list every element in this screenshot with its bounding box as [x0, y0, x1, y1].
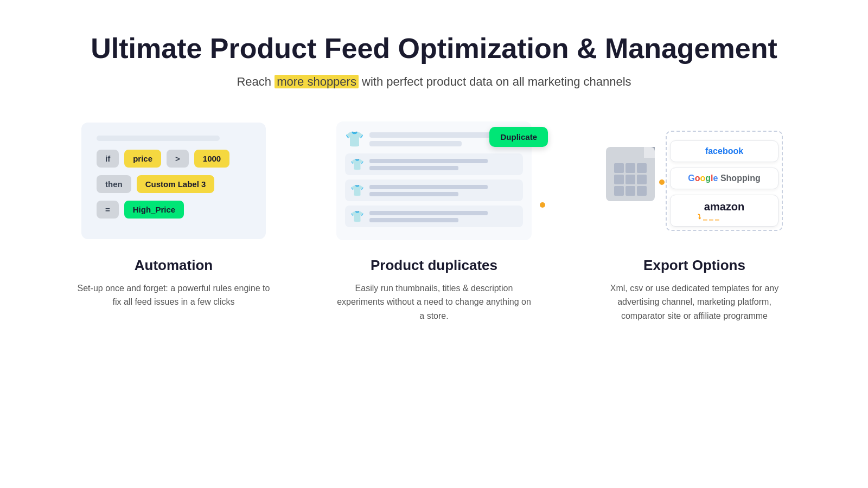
- google-label: Google Shopping: [688, 174, 760, 183]
- tshirt-row1-icon: 👕: [350, 158, 364, 171]
- tshirt-row3-icon: 👕: [350, 210, 364, 223]
- duplicate-badge: Duplicate: [489, 127, 548, 147]
- automation-title: Automation: [135, 257, 213, 274]
- top-bar-1: [369, 132, 492, 138]
- facebook-label: facebook: [705, 146, 743, 156]
- automation-card: if price > 1000 then Custom Label 3 = Hi…: [81, 123, 266, 239]
- price-chip: price: [124, 150, 161, 168]
- csv-grid: [614, 163, 647, 196]
- dup-row-2: 👕: [345, 179, 523, 201]
- duplicates-illustration: 👕 👕 👕: [320, 121, 548, 241]
- feature-automation: if price > 1000 then Custom Label 3 = Hi…: [60, 121, 288, 323]
- export-channels-list: facebook Google Shopping amazon: [670, 140, 778, 227]
- subtitle-after: with perfect product data on all marketi…: [359, 75, 631, 88]
- automation-desc: Set-up once and forget: a powerful rules…: [76, 281, 271, 309]
- csv-cell: [614, 175, 624, 184]
- csv-cell: [626, 175, 635, 184]
- operator-chip: >: [167, 150, 189, 168]
- page-header: Ultimate Product Feed Optimization & Man…: [91, 33, 777, 89]
- export-card: facebook Google Shopping amazon: [606, 131, 783, 231]
- csv-cell: [637, 175, 647, 184]
- rule-then-row: then Custom Label 3: [97, 175, 251, 193]
- row3-bars: [369, 211, 518, 222]
- csv-cell: [626, 163, 635, 173]
- amazon-arrow-icon: ⤵​⎯⎯⎯: [681, 213, 767, 221]
- rule-header-bar: [97, 136, 220, 141]
- csv-cell: [614, 163, 624, 173]
- subtitle-highlight: more shoppers: [275, 75, 359, 88]
- dup-row-1: 👕: [345, 153, 523, 175]
- row1-bar-1: [369, 159, 488, 163]
- export-connector-dot: [659, 179, 665, 185]
- page-subtitle: Reach more shoppers with perfect product…: [91, 75, 777, 89]
- channels-container: facebook Google Shopping amazon: [666, 131, 783, 231]
- automation-illustration: if price > 1000 then Custom Label 3 = Hi…: [60, 121, 288, 241]
- result-chip: High_Price: [124, 201, 184, 219]
- duplicates-wrapper: 👕 👕 👕: [336, 121, 532, 240]
- csv-file-container: [606, 136, 655, 201]
- row3-bar-2: [369, 218, 458, 222]
- rule-equals-row: = High_Price: [97, 201, 251, 219]
- features-row: if price > 1000 then Custom Label 3 = Hi…: [54, 121, 814, 323]
- action-chip: Custom Label 3: [137, 175, 215, 193]
- subtitle-before: Reach: [237, 75, 275, 88]
- feature-duplicates: 👕 👕 👕: [320, 121, 548, 323]
- amazon-channel: amazon ⤵​⎯⎯⎯: [670, 195, 778, 227]
- duplicates-title: Product duplicates: [371, 257, 497, 274]
- csv-cell: [637, 163, 647, 173]
- google-channel: Google Shopping: [670, 168, 778, 189]
- dup-row-3: 👕: [345, 206, 523, 227]
- row2-bar-1: [369, 185, 488, 189]
- row2-bars: [369, 185, 518, 196]
- then-chip: then: [97, 175, 131, 193]
- duplicates-desc: Easily run thumbnails, titles & descript…: [336, 281, 532, 323]
- tshirt-top-icon: 👕: [345, 130, 364, 148]
- row2-bar-2: [369, 192, 458, 196]
- rule-if-row: if price > 1000: [97, 150, 251, 168]
- row3-bar-1: [369, 211, 488, 215]
- export-title: Export Options: [643, 257, 745, 274]
- csv-cell: [614, 186, 624, 196]
- tshirt-row2-icon: 👕: [350, 184, 364, 197]
- csv-cell: [637, 186, 647, 196]
- csv-cell: [626, 186, 635, 196]
- feature-export: facebook Google Shopping amazon: [580, 121, 808, 323]
- export-desc: Xml, csv or use dedicated templates for …: [597, 281, 792, 323]
- export-illustration: facebook Google Shopping amazon: [580, 121, 808, 241]
- row1-bar-2: [369, 166, 458, 170]
- value-chip: 1000: [194, 150, 229, 168]
- connector-dot: [540, 202, 545, 208]
- row1-bars: [369, 159, 518, 170]
- if-chip: if: [97, 150, 119, 168]
- page-title: Ultimate Product Feed Optimization & Man…: [91, 33, 777, 65]
- top-bar-2: [369, 141, 462, 146]
- equals-chip: =: [97, 201, 119, 219]
- facebook-channel: facebook: [670, 140, 778, 162]
- amazon-label: amazon: [681, 201, 767, 213]
- csv-file-icon: [606, 147, 655, 201]
